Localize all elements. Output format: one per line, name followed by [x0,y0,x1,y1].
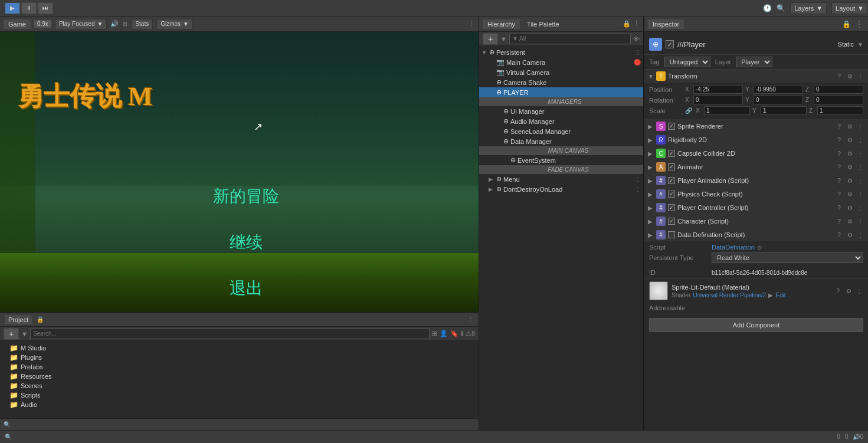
component-menu-icon[interactable]: ⋮ [856,176,864,185]
hierarchy-item-uimanager[interactable]: ⊕ UI Manager [479,106,643,116]
edit-button[interactable]: Edit... [775,292,791,298]
hierarchy-item-player[interactable]: ⊕ PLAYER [479,87,643,97]
character-header[interactable]: ▶ # ✓ Character (Script) ? ⚙ ⋮ [644,215,868,228]
inspector-tab[interactable]: Inspector [648,19,684,29]
component-settings-icon[interactable]: ⚙ [846,72,854,80]
playercontroller-checkbox[interactable]: ✓ [668,204,675,211]
hierarchy-item-camerashake[interactable]: ⊕ Camera Shake [479,77,643,87]
status-search-icon[interactable]: 🔍 [5,434,12,440]
datadefination-checkbox[interactable] [668,231,675,238]
component-settings-icon[interactable]: ⚙ [846,163,854,171]
component-settings-icon[interactable]: ⚙ [846,217,854,225]
persistent-type-dropdown[interactable]: Read Write [712,252,863,263]
component-help-icon[interactable]: ? [835,217,843,225]
component-menu-icon[interactable]: ⋮ [856,72,864,80]
hierarchy-add-button[interactable]: + [483,33,498,45]
hierarchy-search-input[interactable] [509,34,631,44]
project-folder-audio[interactable]: 📁 Audio [0,400,479,409]
component-menu-icon[interactable]: ⋮ [856,149,864,157]
search-icon[interactable]: 🔍 [777,4,785,12]
project-folder-resources[interactable]: 📁 Resources [0,372,479,381]
playercontroller-header[interactable]: ▶ # ✓ Player Controller (Script) ? ⚙ ⋮ [644,201,868,214]
layer-dropdown[interactable]: Player [736,57,772,67]
physicscheck-checkbox[interactable]: ✓ [668,191,675,198]
hierarchy-item-maincamera[interactable]: 📷 Main Camera 🔴 [479,57,643,67]
tile-palette-tab[interactable]: Tile Palette [522,19,564,29]
search-small-icon[interactable]: 🔍 [4,421,11,428]
gameobject-name[interactable]: ///Player [677,40,834,49]
material-settings-icon[interactable]: ⚙ [844,287,853,295]
component-help-icon[interactable]: ? [835,163,843,171]
hierarchy-item-dots-icon[interactable]: ⋮ [635,49,641,55]
hierarchy-item-dots-icon[interactable]: ⋮ [635,176,641,182]
hierarchy-item-dots-icon[interactable]: ⋮ [635,186,641,192]
project-options-icon[interactable]: ⋮ [467,316,474,323]
hierarchy-tab[interactable]: Hierarchy [483,19,520,29]
scale-y-input[interactable] [761,106,807,115]
physicscheck-header[interactable]: ▶ # ✓ Physics Check (Script) ? ⚙ ⋮ [644,188,868,201]
gizmos-dropdown[interactable]: Gizmos ▼ [156,19,193,29]
rotation-y-input[interactable] [754,96,803,104]
play-focused-dropdown[interactable]: Play Focused ▼ [55,19,107,29]
step-button[interactable]: ⏭ [38,2,53,14]
rigidbody2d-header[interactable]: ▶ R Rigidbody 2D ? ⚙ ⋮ [644,133,868,146]
component-settings-icon[interactable]: ⚙ [846,136,854,144]
transform-component-header[interactable]: ▼ T Transform ? ⚙ ⋮ [644,70,868,83]
project-icon2[interactable]: 👤 [440,330,448,337]
game-view-options-icon[interactable]: ⋮ [469,20,475,27]
component-help-icon[interactable]: ? [835,136,843,144]
playeranimation-checkbox[interactable]: ✓ [668,177,675,184]
component-settings-icon[interactable]: ⚙ [846,190,854,198]
project-icon1[interactable]: ⊞ [432,330,437,337]
script-asset-link[interactable]: DataDefination [712,244,755,251]
component-help-icon[interactable]: ? [835,72,843,80]
component-help-icon[interactable]: ? [835,231,843,239]
playeranimation-header[interactable]: ▶ # ✓ Player Animation (Script) ? ⚙ ⋮ [644,174,868,187]
capsulecollider2d-checkbox[interactable]: ✓ [668,150,675,157]
hierarchy-lock-icon[interactable]: 🔒 [623,20,631,28]
capsulecollider2d-header[interactable]: ▶ C ✓ Capsule Collider 2D ? ⚙ ⋮ [644,147,868,160]
tag-dropdown[interactable]: Untagged [664,57,710,67]
shader-value[interactable]: Universal Render Pipeline/2 [693,292,766,298]
project-folder-plugins[interactable]: 📁 Plugins [0,353,479,362]
datadefination-header[interactable]: ▶ # Data Defination (Script) ? ⚙ ⋮ [644,228,868,241]
component-help-icon[interactable]: ? [835,149,843,157]
hierarchy-item-datamanager[interactable]: ⊕ Data Manager [479,136,643,146]
component-settings-icon[interactable]: ⚙ [846,122,854,130]
position-y-input[interactable] [754,85,803,94]
hierarchy-item-virtualcamera[interactable]: 📷 Virtual Camera [479,67,643,77]
inspector-lock-icon[interactable]: 🔒 [841,19,851,29]
gameobject-active-checkbox[interactable]: ✓ [666,40,674,48]
hierarchy-options-icon[interactable]: ⋮ [633,20,640,28]
project-search-input[interactable] [30,329,430,339]
add-component-button[interactable]: Add Component [649,318,863,332]
project-folder-scenes[interactable]: 📁 Scenes [0,381,479,391]
component-menu-icon[interactable]: ⋮ [856,136,864,144]
component-menu-icon[interactable]: ⋮ [856,231,864,239]
material-menu-icon[interactable]: ⋮ [855,287,863,295]
hierarchy-item-persistent[interactable]: ▼ ⊕ Persistent ⋮ [479,47,643,57]
project-lock-icon[interactable]: 🔒 [37,316,44,323]
component-help-icon[interactable]: ? [835,204,843,212]
clock-icon[interactable]: 🕐 [763,4,772,12]
inspector-options-icon[interactable]: ⋮ [854,19,864,29]
character-checkbox[interactable]: ✓ [668,218,675,225]
component-settings-icon[interactable]: ⚙ [846,176,854,185]
static-dropdown-chevron-icon[interactable]: ▼ [857,41,863,48]
project-folder-prefabs[interactable]: 📁 Prefabs [0,362,479,372]
sprite-renderer-header[interactable]: ▶ S ✓ Sprite Renderer ? ⚙ ⋮ [644,120,868,133]
component-help-icon[interactable]: ? [835,122,843,130]
pause-button[interactable]: ⏸ [21,2,37,14]
component-menu-icon[interactable]: ⋮ [856,163,864,171]
component-menu-icon[interactable]: ⋮ [856,204,864,212]
hierarchy-item-audiomanager[interactable]: ⊕ Audio Manager [479,116,643,126]
rotation-z-input[interactable] [814,96,863,104]
scale-z-input[interactable] [817,106,863,115]
hierarchy-item-dontdestroyonload[interactable]: ▶ ⊕ DontDestroyOnLoad ⋮ [479,184,643,194]
position-x-input[interactable] [693,85,743,94]
hierarchy-item-eventsystem[interactable]: ⊕ EventSystem [479,155,643,165]
component-menu-icon[interactable]: ⋮ [856,190,864,198]
project-add-button[interactable]: + [4,328,19,340]
scale-lock-icon[interactable]: 🔗 [685,107,692,114]
hierarchy-item-menu[interactable]: ▶ ⊕ Menu ⋮ [479,174,643,184]
